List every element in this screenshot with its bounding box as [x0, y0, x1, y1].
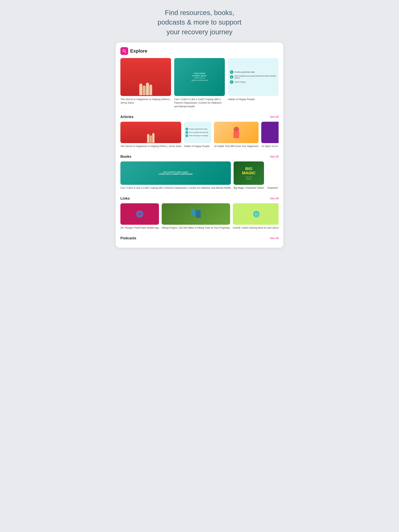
globe-icon-1: 🌐 [136, 210, 144, 218]
explore-grid: The Secret to Happiness Is Helping Other… [120, 58, 279, 108]
explore-item-1[interactable]: The Secret to Happiness Is Helping Other… [120, 58, 171, 108]
explore-thumb-1 [120, 58, 171, 96]
svg-rect-9 [191, 209, 195, 215]
main-card: Explore The Secret to Happiness Is Helpi… [116, 43, 283, 248]
link-thumb-2 [162, 203, 230, 225]
globe-icon-3: 🌐 [253, 211, 260, 217]
svg-rect-10 [196, 210, 201, 218]
